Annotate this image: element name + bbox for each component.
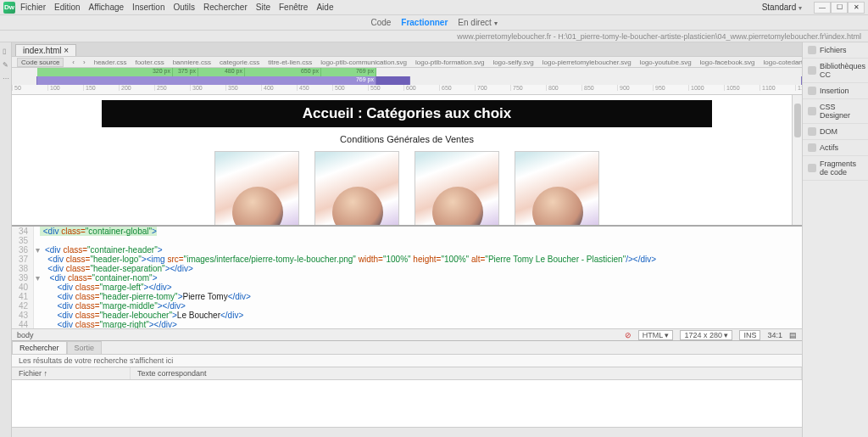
- mq-segment[interactable]: 375 px: [173, 68, 198, 76]
- fold-arrow-icon: [34, 320, 40, 328]
- overflow-icon[interactable]: ▤: [789, 331, 797, 339]
- mq-segment[interactable]: 769 px: [37, 76, 376, 85]
- panel-cclib[interactable]: Bibliothèques CC: [803, 59, 868, 83]
- mq-segment[interactable]: 320 px: [37, 68, 173, 76]
- col-match[interactable]: Texte correspondant: [131, 367, 802, 379]
- related-file[interactable]: logo-cotedartiste.svg: [764, 59, 802, 66]
- related-file[interactable]: categorie.css: [220, 59, 259, 66]
- menu-item[interactable]: Outils: [173, 3, 195, 12]
- code-line[interactable]: <div class="marge-right"></div>: [40, 320, 177, 328]
- view-live[interactable]: En direct ▾: [458, 18, 497, 27]
- document-path: www.pierretomyleboucher.fr - H:\01_pierr…: [0, 31, 868, 42]
- scroll-thumb[interactable]: [794, 104, 801, 137]
- menu-item[interactable]: Affichage: [89, 3, 125, 12]
- code-view[interactable]: 34 <div class="container-global">35 36▾<…: [12, 227, 802, 328]
- nav-prev-icon[interactable]: ‹: [72, 59, 75, 66]
- panel-assets[interactable]: Actifs: [803, 140, 868, 156]
- search-panel: Rechercher Sortie Les résultats de votre…: [12, 340, 802, 437]
- tool-icon[interactable]: ▯: [3, 48, 9, 54]
- chevron-down-icon: ▾: [494, 20, 498, 27]
- related-file[interactable]: logo-ptlb-communication.svg: [320, 59, 407, 66]
- portrait-card[interactable]: [515, 151, 599, 227]
- files-icon: [808, 46, 816, 54]
- code-line[interactable]: [40, 236, 43, 245]
- related-file[interactable]: logo-ptlb-formation.svg: [415, 59, 484, 66]
- related-file[interactable]: logo-selfy.svg: [492, 59, 533, 66]
- fold-arrow-icon[interactable]: ▾: [34, 273, 42, 283]
- menu-item[interactable]: Rechercher: [203, 3, 248, 12]
- code-line[interactable]: <div class="marge-left"></div>: [40, 283, 172, 292]
- error-icon[interactable]: ⊘: [625, 331, 632, 339]
- media-query-bar-min[interactable]: 320 px 375 px 480 px 650 px 769 px: [12, 68, 802, 76]
- menu-item[interactable]: Fenêtre: [279, 3, 308, 12]
- left-toolbar: ▯ ✎ ⋯: [0, 42, 12, 437]
- mq-segment[interactable]: 650 px: [245, 68, 321, 76]
- related-file[interactable]: header.css: [94, 59, 127, 66]
- code-line[interactable]: <div class="header-logo"><img src="image…: [40, 255, 656, 264]
- page-subtitle: Conditions Générales de Ventes: [102, 127, 712, 151]
- line-number: 38: [12, 264, 34, 273]
- media-query-bar-max[interactable]: 769 px: [12, 76, 802, 85]
- search-tab[interactable]: Rechercher: [12, 341, 67, 354]
- related-file[interactable]: logo-pierretomyleboucher.svg: [542, 59, 632, 66]
- portrait-card[interactable]: [214, 151, 299, 227]
- mq-segment[interactable]: 480 px: [198, 68, 245, 76]
- code-line[interactable]: <div class="container-nom">: [42, 273, 157, 283]
- menu-item[interactable]: Fichier: [20, 3, 46, 12]
- panel-files[interactable]: Fichiers: [803, 42, 868, 59]
- line-number: 35: [12, 236, 34, 245]
- output-tab[interactable]: Sortie: [67, 341, 103, 354]
- minimize-button[interactable]: —: [814, 2, 831, 14]
- menu-item[interactable]: Site: [256, 3, 270, 12]
- fold-arrow-icon: [34, 255, 40, 264]
- workspace-switcher[interactable]: Standard ▾: [762, 3, 802, 12]
- col-file[interactable]: Fichier ↑: [12, 367, 131, 379]
- view-code[interactable]: Code: [370, 18, 391, 27]
- source-code-toggle[interactable]: Code source: [17, 58, 64, 67]
- dom-icon: [808, 127, 816, 136]
- design-view[interactable]: Accueil : Catégories aux choix Condition…: [12, 95, 802, 227]
- panel-dom[interactable]: DOM: [803, 124, 868, 140]
- related-file[interactable]: logo-facebook.svg: [700, 59, 755, 66]
- mq-segment[interactable]: 769 px: [321, 68, 376, 76]
- code-line[interactable]: <div class="container-global">: [40, 227, 157, 236]
- portrait-card[interactable]: [314, 151, 399, 227]
- view-split[interactable]: Fractionner: [401, 18, 448, 27]
- menu-item[interactable]: Insertion: [132, 3, 164, 12]
- snippets-icon: [808, 164, 816, 172]
- panel-cssdesigner[interactable]: CSS Designer: [803, 99, 868, 124]
- fold-arrow-icon[interactable]: ▾: [34, 245, 42, 255]
- menu-item[interactable]: Aide: [316, 3, 333, 12]
- code-line[interactable]: <div class="header-leboucher">Le Boucher…: [40, 311, 243, 320]
- related-file[interactable]: footer.css: [135, 59, 164, 66]
- code-line[interactable]: <div class="header-separation"></div>: [40, 264, 193, 273]
- scrollbar[interactable]: [792, 95, 802, 225]
- fold-arrow-icon: [34, 264, 40, 273]
- page-heading: Accueil : Catégories aux choix: [102, 100, 712, 127]
- code-line[interactable]: <div class="container-header">: [42, 245, 163, 255]
- panel-snippets[interactable]: Fragments de code: [803, 156, 868, 181]
- maximize-button[interactable]: ☐: [831, 2, 848, 14]
- related-file[interactable]: logo-youtube.svg: [640, 59, 692, 66]
- close-button[interactable]: ✕: [848, 2, 865, 14]
- related-file[interactable]: titre-et-lien.css: [268, 59, 312, 66]
- code-line[interactable]: <div class="header-pierre-tomy">Pierre T…: [40, 292, 251, 301]
- related-files-bar: Code source ‹ › header.css footer.css ba…: [12, 56, 802, 68]
- insert-mode[interactable]: INS: [739, 330, 760, 340]
- tool-icon[interactable]: ⋯: [3, 75, 9, 81]
- mq-segment[interactable]: [376, 76, 410, 85]
- chevron-down-icon: ▾: [798, 4, 802, 12]
- portrait-card[interactable]: [415, 151, 499, 227]
- tool-icon[interactable]: ✎: [3, 61, 9, 68]
- app-logo: Dw: [3, 2, 15, 14]
- panel-insert[interactable]: Insertion: [803, 83, 868, 99]
- nav-next-icon[interactable]: ›: [83, 59, 86, 66]
- line-number: 43: [12, 311, 34, 320]
- menu-item[interactable]: Edition: [54, 3, 81, 12]
- code-line[interactable]: <div class="marge-middle"></div>: [40, 301, 186, 311]
- lang-select[interactable]: HTML ▾: [638, 330, 674, 340]
- viewport-size[interactable]: 1724 x 280 ▾: [680, 330, 732, 340]
- document-tab[interactable]: index.html ×: [15, 44, 76, 56]
- related-file[interactable]: banniere.css: [173, 59, 211, 66]
- tag-path[interactable]: body: [17, 331, 34, 339]
